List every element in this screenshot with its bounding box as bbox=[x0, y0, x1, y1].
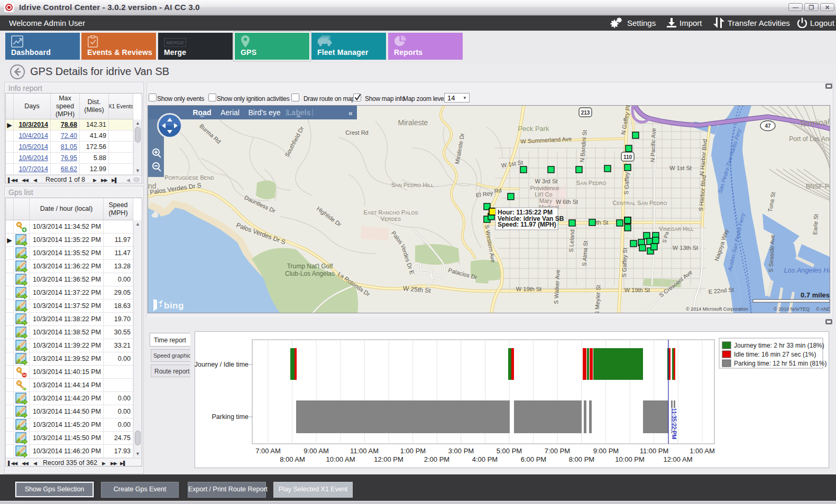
svg-text:Idle time: 16 min 27 sec (1%): Idle time: 16 min 27 sec (1%) bbox=[734, 351, 816, 358]
svg-text:Lit'l Co: Lit'l Co bbox=[535, 191, 552, 198]
svg-text:8:00 AM: 8:00 AM bbox=[280, 455, 305, 463]
svg-text:Parking time: Parking time bbox=[212, 413, 249, 421]
svg-text:11:00 AM: 11:00 AM bbox=[350, 447, 379, 455]
svg-text:7:00 AM: 7:00 AM bbox=[255, 447, 281, 455]
svg-text:0.7 miles: 0.7 miles bbox=[801, 291, 830, 299]
svg-text:W 13th St: W 13th St bbox=[673, 245, 698, 251]
svg-text:MERGE: MERGE bbox=[166, 40, 184, 45]
svg-text:1:00 AM: 1:00 AM bbox=[690, 447, 715, 455]
svg-text:S Gaffey St: S Gaffey St bbox=[621, 248, 628, 277]
svg-text:PORTUGUESE BEND: PORTUGUESE BEND bbox=[164, 174, 214, 181]
svg-text:Trump Nat'l Golf: Trump Nat'l Golf bbox=[287, 263, 333, 270]
svg-text:W 19th St: W 19th St bbox=[516, 286, 541, 292]
svg-text:W 3rd St: W 3rd St bbox=[535, 178, 558, 184]
svg-text:11:00 PM: 11:00 PM bbox=[640, 447, 669, 455]
svg-text:Parking time: 12 hr 51 min (81: Parking time: 12 hr 51 min (81%) bbox=[734, 360, 826, 367]
svg-text:Earle St: Earle St bbox=[812, 214, 819, 235]
svg-text:W 1st St: W 1st St bbox=[669, 165, 692, 171]
svg-text:1:00 PM: 1:00 PM bbox=[400, 447, 426, 455]
svg-text:11:35:22 PM: 11:35:22 PM bbox=[671, 408, 677, 440]
svg-text:213: 213 bbox=[581, 110, 590, 116]
svg-text:12:00 AM: 12:00 AM bbox=[664, 455, 693, 463]
svg-text:Crest Rd: Crest Rd bbox=[345, 129, 368, 136]
svg-text:5:00 PM: 5:00 PM bbox=[497, 447, 522, 455]
svg-text:Mary: Mary bbox=[539, 198, 553, 204]
svg-text:7:00 PM: 7:00 PM bbox=[545, 447, 570, 455]
svg-text:Miraleste: Miraleste bbox=[398, 118, 428, 127]
svg-text:Bird's eye: Bird's eye bbox=[248, 108, 280, 117]
svg-text:9:00 AM: 9:00 AM bbox=[304, 447, 329, 455]
svg-text:CENTRAL SAN PEDRO: CENTRAL SAN PEDRO bbox=[613, 200, 667, 206]
svg-text:EAST RANCHO PALOS: EAST RANCHO PALOS bbox=[364, 209, 418, 216]
svg-text:© AND: © AND bbox=[816, 306, 830, 312]
svg-text:9:00 PM: 9:00 PM bbox=[593, 447, 619, 455]
svg-text:3:00 PM: 3:00 PM bbox=[448, 447, 474, 455]
svg-text:W 19th St: W 19th St bbox=[624, 287, 650, 293]
svg-text:© 2014 Microsoft Corporation: © 2014 Microsoft Corporation bbox=[686, 306, 748, 312]
svg-text:SAN PEDRO HILL: SAN PEDRO HILL bbox=[391, 182, 434, 188]
svg-text:«: « bbox=[348, 109, 353, 117]
svg-text:Aerial: Aerial bbox=[221, 108, 240, 117]
svg-text:2:00 PM: 2:00 PM bbox=[424, 455, 449, 463]
svg-text:10:00 AM: 10:00 AM bbox=[326, 455, 355, 463]
svg-text:110: 110 bbox=[623, 154, 632, 160]
svg-text:10:00 PM: 10:00 PM bbox=[615, 455, 645, 463]
svg-text:W 6th St: W 6th St bbox=[556, 199, 578, 205]
svg-text:Providence: Providence bbox=[530, 185, 559, 191]
svg-text:Peck Park: Peck Park bbox=[518, 125, 549, 133]
svg-text:VERDES: VERDES bbox=[381, 216, 401, 222]
svg-text:BNSF-Port: BNSF-Port bbox=[806, 183, 830, 190]
svg-text:8:00 PM: 8:00 PM bbox=[569, 455, 594, 463]
svg-text:Port of Los Angel: Port of Los Angel bbox=[789, 135, 830, 143]
svg-text:N Pacific Ave: N Pacific Ave bbox=[649, 128, 657, 162]
svg-text:47: 47 bbox=[765, 123, 771, 129]
svg-text:Club-Los Angelas: Club-Los Angelas bbox=[285, 270, 335, 277]
svg-text:© 2010 NAVTEQ: © 2010 NAVTEQ bbox=[774, 306, 810, 312]
svg-text:Journey / Idle time: Journey / Idle time bbox=[195, 361, 249, 368]
svg-text:SAN PEDRO: SAN PEDRO bbox=[576, 180, 606, 186]
svg-text:S Alma St: S Alma St bbox=[581, 240, 589, 266]
svg-text:Los Angeles Harb: Los Angeles Harb bbox=[784, 266, 830, 274]
svg-text:S Leland: S Leland bbox=[568, 229, 575, 253]
svg-text:nd: nd bbox=[148, 182, 157, 190]
svg-text:12:00 PM: 12:00 PM bbox=[374, 455, 403, 463]
svg-text:Speed: 11.97 (MPH): Speed: 11.97 (MPH) bbox=[498, 221, 556, 228]
svg-text:6:00 PM: 6:00 PM bbox=[521, 455, 546, 463]
svg-text:bing: bing bbox=[164, 301, 184, 311]
svg-text:Journey time: 2 hr 33 min (18%: Journey time: 2 hr 33 min (18%) bbox=[734, 342, 824, 349]
svg-text:4:00 PM: 4:00 PM bbox=[472, 455, 498, 463]
